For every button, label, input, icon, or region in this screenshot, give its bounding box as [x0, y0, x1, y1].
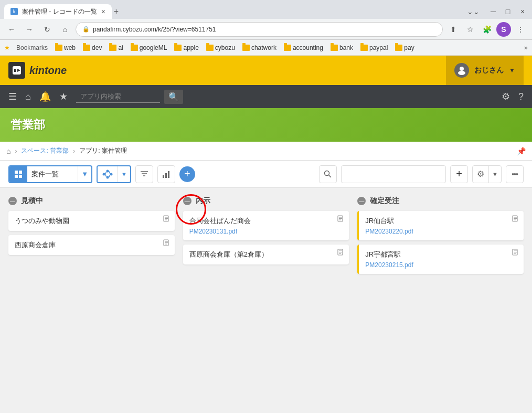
app-search-input[interactable]	[76, 90, 160, 103]
forward-button[interactable]: →	[22, 22, 37, 37]
bookmark-chatwork[interactable]: chatwork	[239, 43, 280, 52]
add-record-button[interactable]: +	[450, 165, 468, 183]
window-chevron-icon: ⌄⌄	[467, 7, 480, 16]
card-edit-icon-3[interactable]	[337, 215, 345, 224]
breadcrumb-home-icon[interactable]: ⌂	[6, 147, 10, 155]
kanban-card-5[interactable]: JR仙台駅 PM20230220.pdf	[357, 211, 524, 240]
bookmark-accounting[interactable]: accounting	[281, 43, 326, 52]
app-search: 🔍	[76, 90, 183, 104]
folder-icon	[331, 45, 338, 51]
settings-button[interactable]: ⚙ ▼	[472, 165, 502, 183]
bookmark-cybozu[interactable]: cybozu	[203, 43, 238, 52]
collapse-button-mitsumorichuu[interactable]: —	[8, 197, 17, 205]
bookmark-bank[interactable]: bank	[327, 43, 356, 52]
folder-icon	[174, 45, 182, 51]
svg-point-9	[103, 173, 105, 175]
back-button[interactable]: ←	[4, 22, 19, 37]
svg-rect-1	[14, 69, 16, 72]
notifications-icon[interactable]: 🔔	[39, 91, 51, 102]
kanban-card-3[interactable]: 合同会社ぱんだ商会 PM20230131.pdf	[183, 211, 349, 240]
user-menu[interactable]: おじさん ▼	[446, 56, 524, 85]
card-link-3[interactable]: PM20230131.pdf	[189, 228, 343, 235]
hamburger-icon[interactable]: ☰	[8, 91, 17, 102]
space-title: 営業部	[10, 117, 45, 133]
svg-rect-5	[15, 171, 18, 174]
card-edit-icon-1[interactable]	[163, 215, 171, 224]
address-bar[interactable]: 🔒 pandafirm.cybozu.com/k/25/?view=651175…	[76, 22, 443, 37]
extensions-button[interactable]: 🧩	[480, 22, 494, 37]
bookmark-googleml[interactable]: googleML	[127, 43, 171, 52]
tab-title: 案件管理 - レコードの一覧	[22, 7, 97, 16]
close-button[interactable]: ×	[517, 6, 528, 17]
view-name: 案件一覧	[27, 170, 78, 179]
tab-close-button[interactable]: ×	[101, 7, 105, 16]
favorites-icon[interactable]: ★	[59, 91, 68, 102]
card-edit-icon-6[interactable]	[512, 249, 519, 258]
search-records-button[interactable]	[319, 165, 337, 183]
minimize-button[interactable]: ─	[488, 6, 498, 17]
home-nav-icon[interactable]: ⌂	[25, 91, 31, 102]
bookmark-ai[interactable]: ai	[106, 43, 126, 52]
pin-icon[interactable]: 📌	[517, 147, 526, 155]
chart-button[interactable]	[157, 165, 175, 183]
bookmark-button[interactable]: ☆	[463, 22, 477, 37]
breadcrumb-app: アプリ: 案件管理	[79, 146, 127, 155]
bookmark-apple[interactable]: apple	[171, 43, 201, 52]
help-icon[interactable]: ?	[518, 91, 524, 102]
kanban-dropdown-icon[interactable]: ▼	[118, 166, 130, 182]
share-button[interactable]: ⬆	[446, 22, 461, 37]
window-controls: ⌄⌄ ─ □ ×	[467, 6, 528, 17]
view-dropdown-icon[interactable]: ▼	[78, 166, 91, 182]
card-edit-icon-5[interactable]	[512, 215, 519, 224]
bookmarks-more-button[interactable]: »	[524, 44, 528, 51]
card-edit-icon-4[interactable]	[337, 249, 345, 258]
bookmark-dev[interactable]: dev	[80, 43, 105, 52]
new-tab-button[interactable]: +	[114, 7, 119, 16]
view-selector[interactable]: 案件一覧 ▼	[8, 165, 92, 183]
search-input-area[interactable]	[341, 165, 446, 183]
svg-rect-20	[163, 175, 164, 178]
profile-button[interactable]: S	[496, 22, 511, 37]
gear-icon[interactable]: ⚙	[473, 166, 489, 183]
record-toolbar: 案件一覧 ▼ ▼	[0, 161, 532, 188]
collapse-button-kakutei[interactable]: —	[357, 197, 366, 205]
reload-button[interactable]: ↻	[40, 22, 55, 37]
kanban-card-4[interactable]: 西原商会倉庫（第2倉庫）	[183, 245, 349, 264]
settings-nav-icon[interactable]: ⚙	[502, 91, 510, 102]
card-title-6: JR宇都宮駅	[365, 250, 517, 259]
search-button[interactable]: 🔍	[164, 90, 183, 104]
active-tab[interactable]: k 案件管理 - レコードの一覧 ×	[4, 4, 112, 19]
card-title-2: 西原商会倉庫	[15, 240, 168, 250]
svg-point-23	[325, 171, 329, 175]
kanban-card-6[interactable]: JR宇都宮駅 PM20230215.pdf	[357, 245, 524, 274]
kanban-view-toggle[interactable]: ▼	[97, 165, 131, 183]
svg-line-24	[329, 175, 332, 177]
folder-icon	[284, 45, 291, 51]
bookmark-paypal[interactable]: paypal	[357, 43, 391, 52]
filter-button[interactable]	[135, 165, 153, 183]
more-options-button[interactable]: •••	[506, 165, 524, 183]
folder-icon	[131, 45, 138, 51]
card-link-5[interactable]: PM20230220.pdf	[365, 228, 517, 235]
breadcrumb-space[interactable]: スペース: 営業部	[21, 146, 69, 155]
svg-rect-8	[19, 175, 22, 178]
card-link-6[interactable]: PM20230215.pdf	[365, 261, 517, 269]
maximize-button[interactable]: □	[503, 6, 513, 17]
kanban-icon-area	[98, 166, 118, 182]
collapse-button-naishin[interactable]: —	[183, 197, 191, 205]
settings-dropdown-icon[interactable]: ▼	[489, 166, 501, 183]
card-edit-icon-2[interactable]	[163, 239, 171, 248]
svg-line-14	[105, 174, 107, 177]
kanban-card-1[interactable]: うつのみや動物園	[8, 211, 175, 231]
column-header-kakutei: — 確定受注	[357, 196, 524, 206]
menu-button[interactable]: ⋮	[513, 22, 528, 37]
add-button[interactable]: +	[179, 166, 195, 182]
kintone-header: kintone おじさん ▼	[0, 56, 532, 85]
kanban-card-2[interactable]: 西原商会倉庫	[8, 235, 175, 255]
user-dropdown-icon: ▼	[509, 67, 515, 74]
bookmark-web[interactable]: web	[52, 43, 79, 52]
svg-point-11	[107, 176, 109, 178]
bookmark-pay[interactable]: pay	[392, 43, 417, 52]
home-button[interactable]: ⌂	[58, 22, 72, 37]
folder-icon	[242, 45, 250, 51]
